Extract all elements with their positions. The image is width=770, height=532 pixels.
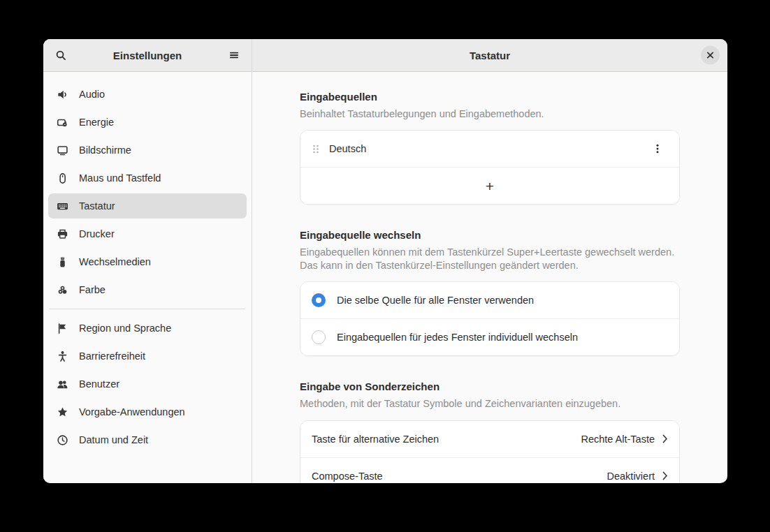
source-options-button[interactable]: [647, 138, 668, 159]
star-icon: [57, 406, 68, 418]
section-input-sources: Eingabequellen Beinhaltet Tastaturbelegu…: [300, 91, 680, 205]
section-special-characters: Eingabe von Sonderzeichen Methoden, mit …: [300, 380, 680, 483]
printer-icon: [57, 228, 68, 240]
input-sources-card: Deutsch +: [300, 130, 680, 205]
sidebar-item-label: Vorgabe-Anwendungen: [79, 406, 185, 418]
sidebar: Einstellungen Audio Energie: [43, 39, 252, 483]
option-label: Eingabequellen für jedes Fenster individ…: [337, 332, 668, 343]
display-icon: [57, 145, 68, 156]
sidebar-item-barrierefreiheit[interactable]: Barrierefreiheit: [48, 343, 247, 369]
sidebar-item-label: Barrierefreiheit: [79, 350, 145, 362]
sidebar-item-bildschirme[interactable]: Bildschirme: [48, 138, 247, 163]
sidebar-item-label: Wechselmedien: [79, 256, 151, 267]
sidebar-item-label: Datum und Zeit: [79, 434, 148, 445]
close-icon: [706, 52, 714, 59]
close-window-button[interactable]: [701, 46, 720, 65]
row-label: Taste für alternative Zeichen: [312, 434, 581, 445]
sidebar-item-label: Tastatur: [79, 200, 115, 212]
desktop-background: { "titlebar": { "sidebar_title": "Einste…: [0, 0, 770, 532]
section-description: Eingabequellen können mit dem Tastenkürz…: [300, 246, 680, 272]
sidebar-item-datum-und-zeit[interactable]: Datum und Zeit: [48, 427, 247, 452]
sidebar-item-label: Maus und Tastfeld: [79, 172, 161, 184]
sidebar-item-label: Farbe: [79, 284, 106, 295]
sidebar-item-farbe[interactable]: Farbe: [48, 277, 247, 302]
main-header: Tastatur: [252, 39, 727, 72]
sidebar-item-vorgabe-anwendungen[interactable]: Vorgabe-Anwendungen: [48, 399, 247, 424]
add-input-source-button[interactable]: +: [300, 167, 679, 204]
sidebar-item-wechselmedien[interactable]: Wechselmedien: [48, 249, 247, 274]
section-switch-source: Eingabequelle wechseln Eingabequellen kö…: [300, 229, 680, 356]
option-label: Die selbe Quelle für alle Fenster verwen…: [337, 295, 668, 306]
sidebar-item-energie[interactable]: Energie: [48, 110, 247, 135]
row-value: Deaktiviert: [607, 471, 655, 482]
settings-window: Einstellungen Audio Energie: [43, 39, 727, 483]
drag-handle-icon[interactable]: [312, 143, 320, 155]
sidebar-item-label: Drucker: [79, 228, 115, 239]
usb-stick-icon: [57, 256, 68, 268]
sidebar-item-label: Energie: [79, 117, 114, 128]
sidebar-item-drucker[interactable]: Drucker: [48, 221, 247, 246]
input-source-row-deutsch[interactable]: Deutsch: [300, 131, 679, 167]
sidebar-item-maus-und-tastfeld[interactable]: Maus und Tastfeld: [48, 165, 247, 191]
option-row-per-window[interactable]: Eingabequellen für jedes Fenster individ…: [300, 318, 679, 355]
plus-icon: +: [486, 179, 494, 193]
chevron-right-icon: [662, 471, 668, 480]
section-title: Eingabequelle wechseln: [300, 229, 680, 241]
keyboard-settings-content: Eingabequellen Beinhaltet Tastaturbelegu…: [252, 72, 727, 483]
section-description: Methoden, mit der Tastatur Symbole und Z…: [300, 397, 680, 411]
section-title: Eingabe von Sonderzeichen: [300, 380, 680, 392]
sidebar-header: Einstellungen: [43, 39, 252, 72]
sidebar-item-audio[interactable]: Audio: [48, 82, 247, 107]
kebab-menu-icon: [652, 143, 663, 154]
sidebar-title: Einstellungen: [73, 50, 222, 61]
search-icon: [55, 50, 67, 61]
option-row-same-source[interactable]: Die selbe Quelle für alle Fenster verwen…: [300, 282, 679, 318]
row-value: Rechte Alt-Taste: [581, 434, 655, 445]
keyboard-icon: [57, 200, 68, 212]
radio-selected-icon[interactable]: [312, 293, 326, 307]
section-description: Beinhaltet Tastaturbelegungen und Eingab…: [300, 108, 680, 121]
section-title: Eingabequellen: [300, 91, 680, 103]
sidebar-divider: [50, 309, 245, 309]
sidebar-item-benutzer[interactable]: Benutzer: [48, 371, 247, 397]
search-button[interactable]: [49, 43, 73, 67]
clock-icon: [57, 434, 68, 446]
main-pane: Tastatur Eingabequellen Beinhaltet Tasta…: [252, 39, 727, 483]
mouse-icon: [57, 172, 68, 184]
compose-key-row[interactable]: Compose-Taste Deaktiviert: [300, 457, 679, 484]
sidebar-item-label: Benutzer: [79, 378, 119, 390]
page-title: Tastatur: [470, 50, 510, 61]
sidebar-item-region-und-sprache[interactable]: Region und Sprache: [48, 316, 247, 341]
flag-icon: [57, 323, 68, 334]
special-characters-card: Taste für alternative Zeichen Rechte Alt…: [300, 420, 680, 484]
sidebar-item-tastatur[interactable]: Tastatur: [48, 193, 247, 219]
sidebar-item-label: Bildschirme: [79, 145, 131, 156]
alternate-characters-key-row[interactable]: Taste für alternative Zeichen Rechte Alt…: [300, 421, 679, 457]
input-source-name: Deutsch: [329, 143, 647, 154]
sidebar-item-label: Audio: [79, 89, 105, 100]
chevron-right-icon: [662, 434, 668, 443]
hamburger-menu-icon: [228, 50, 240, 61]
switch-source-card: Die selbe Quelle für alle Fenster verwen…: [300, 281, 680, 356]
accessibility-icon: [57, 350, 68, 362]
main-menu-button[interactable]: [222, 43, 246, 67]
sidebar-item-label: Region und Sprache: [79, 323, 171, 334]
battery-icon: [57, 117, 68, 128]
color-circles-icon: [57, 284, 68, 296]
row-label: Compose-Taste: [312, 471, 607, 482]
audio-speaker-icon: [57, 89, 68, 101]
radio-unselected-icon[interactable]: [312, 330, 326, 344]
users-icon: [57, 378, 68, 390]
sidebar-list: Audio Energie Bildschirme Maus und Tastf…: [43, 72, 252, 455]
